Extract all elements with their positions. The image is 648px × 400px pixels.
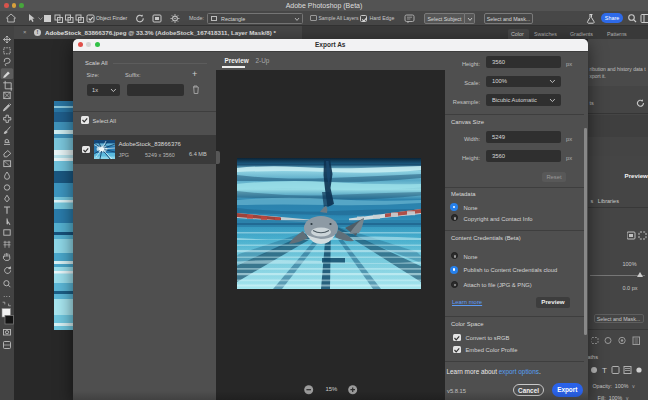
svg-text:T: T [602, 366, 607, 375]
